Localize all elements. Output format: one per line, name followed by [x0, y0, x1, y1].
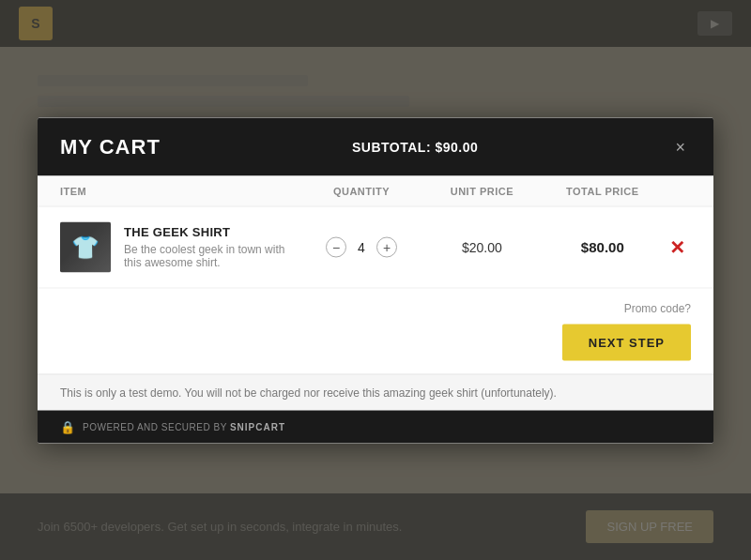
cart-item-row: 👕 THE GEEK SHIRT Be the coolest geek in …	[38, 206, 713, 288]
quantity-decrease-button[interactable]: −	[326, 236, 346, 257]
item-name: THE GEEK SHIRT	[124, 225, 301, 239]
item-description: Be the coolest geek in town with this aw…	[124, 243, 301, 269]
modal-footer: 🔒 POWERED AND SECURED BY SNIPCART	[38, 410, 713, 443]
col-header-item: ITEM	[60, 185, 301, 196]
item-info-col: 👕 THE GEEK SHIRT Be the coolest geek in …	[60, 221, 301, 272]
item-text: THE GEEK SHIRT Be the coolest geek in to…	[124, 225, 301, 269]
modal-subtotal: SUBTOTAL: $90.00	[352, 139, 478, 154]
cart-table-header: ITEM QUANTITY UNIT PRICE TOTAL PRICE	[38, 175, 713, 206]
powered-text: POWERED AND SECURED BY SNIPCART	[83, 421, 285, 431]
modal-close-button[interactable]: ×	[669, 136, 691, 157]
modal-title: MY CART	[60, 134, 161, 159]
next-step-button[interactable]: NEXT STEP	[562, 324, 691, 360]
item-quantity-col: − 4 +	[301, 236, 421, 257]
cart-actions: Promo code? NEXT STEP	[38, 288, 713, 373]
remove-item-button[interactable]: ✕	[669, 237, 685, 256]
shirt-icon: 👕	[71, 234, 100, 260]
modal-header: MY CART SUBTOTAL: $90.00 ×	[38, 117, 713, 175]
quantity-increase-button[interactable]: +	[376, 236, 397, 257]
item-image: 👕	[60, 221, 111, 272]
item-total-price-col: $80.00	[543, 239, 663, 255]
quantity-value: 4	[354, 239, 369, 254]
item-action-col: ✕	[663, 237, 691, 256]
item-unit-price-col: $20.00	[421, 239, 542, 254]
demo-notice: This is only a test demo. You will not b…	[38, 373, 713, 410]
lock-icon: 🔒	[60, 419, 75, 433]
col-header-action	[663, 185, 691, 196]
col-header-total-price: TOTAL PRICE	[543, 185, 663, 196]
col-header-quantity: QUANTITY	[301, 185, 421, 196]
cart-modal: MY CART SUBTOTAL: $90.00 × ITEM QUANTITY…	[38, 117, 713, 443]
col-header-unit-price: UNIT PRICE	[421, 185, 542, 196]
promo-code-link[interactable]: Promo code?	[624, 301, 691, 314]
